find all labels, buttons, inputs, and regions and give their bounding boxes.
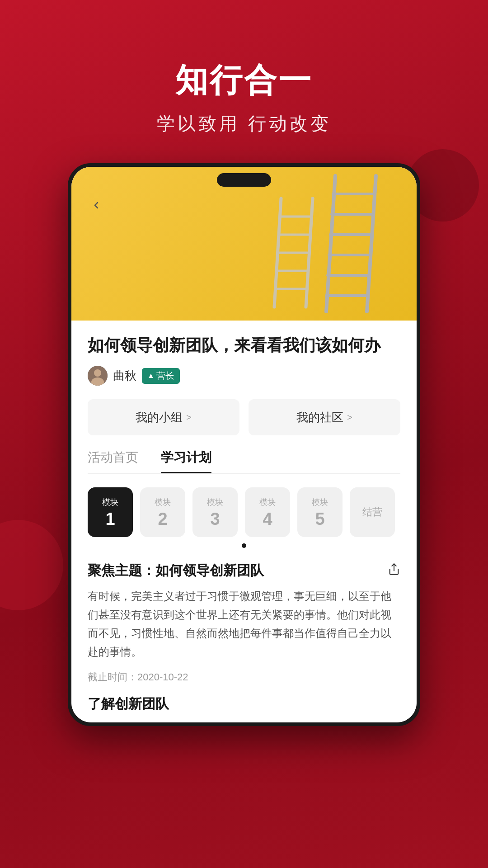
article-title: 如何领导创新团队，来看看我们该如何办: [88, 334, 400, 357]
share-icon[interactable]: [388, 563, 400, 579]
section-title-row: 聚焦主题：如何领导创新团队: [88, 561, 400, 580]
tabs-row: 活动首页 学习计划: [88, 449, 400, 474]
header-subtitle: 学以致用 行动改变: [0, 111, 488, 136]
tab-activity-home[interactable]: 活动首页: [88, 449, 138, 473]
module-4-num: 4: [263, 510, 272, 528]
focus-section-title: 聚焦主题：如何领导创新团队: [88, 561, 264, 580]
ladder-right: [322, 171, 403, 316]
nav-buttons: 我的小组 > 我的社区 >: [88, 399, 400, 435]
module-2[interactable]: 模块 2: [140, 487, 185, 537]
back-button[interactable]: [85, 194, 108, 217]
article-body: 有时候，完美主义者过于习惯于微观管理，事无巨细，以至于他们甚至没有意识到这个世界…: [88, 587, 400, 661]
author-avatar: [88, 366, 108, 386]
author-badge: ▲ 营长: [142, 368, 180, 384]
module-2-num: 2: [158, 510, 167, 528]
module-5-num: 5: [315, 510, 324, 528]
badge-label: 营长: [156, 370, 174, 382]
module-1-label: 模块: [102, 497, 118, 508]
module-end-label: 结营: [362, 505, 382, 519]
module-3[interactable]: 模块 3: [192, 487, 238, 537]
deadline-value: 2020-10-22: [137, 671, 188, 683]
understand-title: 了解创新团队: [88, 695, 400, 713]
my-group-button[interactable]: 我的小组 >: [88, 399, 239, 435]
my-community-button[interactable]: 我的社区 >: [249, 399, 400, 435]
module-4-label: 模块: [259, 497, 276, 508]
module-2-label: 模块: [155, 497, 171, 508]
module-3-label: 模块: [207, 497, 223, 508]
deadline-row: 截止时间：2020-10-22: [88, 670, 400, 684]
svg-line-0: [326, 176, 335, 311]
module-end[interactable]: 结营: [350, 487, 395, 537]
module-5[interactable]: 模块 5: [297, 487, 343, 537]
group-arrow: >: [186, 412, 192, 423]
svg-point-16: [94, 369, 101, 377]
tab-study-plan[interactable]: 学习计划: [161, 449, 211, 473]
dot-indicator: [88, 543, 400, 548]
phone-notch: [217, 173, 271, 187]
header-section: 知行合一 学以致用 行动改变: [0, 0, 488, 163]
author-row: 曲秋 ▲ 营长: [88, 366, 400, 386]
community-arrow: >: [347, 412, 352, 423]
deadline-label: 截止时间：: [88, 671, 137, 683]
my-community-label: 我的社区: [296, 410, 343, 425]
svg-line-1: [367, 176, 376, 311]
phone-mockup: 如何领导创新团队，来看看我们该如何办 曲秋 ▲ 营长: [68, 163, 420, 726]
module-3-num: 3: [210, 510, 220, 528]
module-1-num: 1: [105, 510, 115, 528]
author-name: 曲秋: [113, 368, 136, 384]
active-dot: [242, 543, 246, 548]
phone-screen: 如何领导创新团队，来看看我们该如何办 曲秋 ▲ 营长: [71, 167, 417, 722]
my-group-label: 我的小组: [136, 410, 183, 425]
module-4[interactable]: 模块 4: [245, 487, 290, 537]
hero-image: [71, 167, 417, 321]
ladder-left: [272, 194, 326, 311]
header-title: 知行合一: [0, 59, 488, 102]
module-1[interactable]: 模块 1: [88, 487, 133, 537]
module-5-label: 模块: [312, 497, 328, 508]
content-area: 如何领导创新团队，来看看我们该如何办 曲秋 ▲ 营长: [71, 321, 417, 722]
phone-wrapper: 如何领导创新团队，来看看我们该如何办 曲秋 ▲ 营长: [0, 163, 488, 726]
modules-row: 模块 1 模块 2 模块 3 模块 4: [88, 487, 400, 537]
badge-icon: ▲: [147, 372, 155, 380]
